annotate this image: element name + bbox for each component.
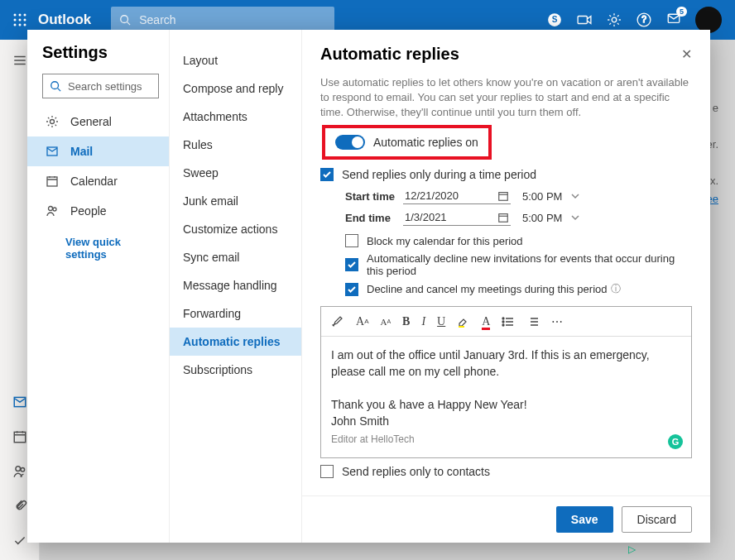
category-calendar[interactable]: Calendar — [27, 166, 169, 196]
notification-badge: 5 — [676, 7, 687, 17]
svg-point-6 — [14, 24, 17, 26]
font-increase-icon[interactable]: AA — [356, 315, 368, 328]
svg-point-28 — [53, 208, 56, 211]
svg-rect-19 — [14, 432, 26, 442]
svg-point-9 — [121, 16, 128, 23]
todo-rail-icon[interactable] — [12, 534, 27, 552]
autoreply-toggle[interactable] — [335, 135, 365, 150]
subnav-compose[interactable]: Compose and reply — [170, 74, 301, 103]
grammarly-icon[interactable]: G — [668, 434, 683, 449]
people-icon — [46, 204, 59, 218]
svg-rect-29 — [499, 192, 508, 200]
meet-now-icon[interactable] — [576, 12, 593, 28]
subnav-subscriptions[interactable]: Subscriptions — [170, 356, 301, 384]
svg-point-0 — [14, 14, 17, 17]
svg-rect-31 — [459, 326, 464, 328]
svg-point-7 — [19, 24, 22, 26]
brush-icon[interactable] — [331, 315, 344, 328]
end-date-input[interactable]: 1/3/2021 — [403, 209, 511, 226]
subnav-forwarding[interactable]: Forwarding — [170, 299, 301, 328]
svg-rect-30 — [499, 213, 508, 222]
subnav-attachments[interactable]: Attachments — [170, 103, 301, 131]
numbering-icon[interactable] — [526, 315, 540, 328]
end-time-select[interactable]: 5:00 PM — [522, 212, 588, 224]
category-general[interactable]: General — [27, 107, 169, 136]
svg-line-10 — [127, 22, 131, 26]
bullets-icon[interactable] — [502, 315, 515, 328]
timeperiod-checkbox[interactable] — [320, 168, 334, 181]
notifications-icon[interactable]: 5 — [665, 12, 682, 28]
save-button[interactable]: Save — [556, 506, 613, 533]
underline-button[interactable]: U — [437, 315, 445, 328]
svg-rect-26 — [47, 177, 57, 186]
search-settings-input[interactable]: Search settings — [42, 74, 159, 98]
editor-textarea[interactable]: I am out of the office until January 3rd… — [321, 337, 691, 457]
subnav-sweep[interactable]: Sweep — [170, 159, 301, 187]
start-time-label: Start time — [345, 190, 403, 203]
calendar-icon — [497, 212, 509, 223]
start-date-input[interactable]: 12/21/2020 — [403, 188, 511, 204]
subnav-automatic-replies[interactable]: Automatic replies — [170, 328, 301, 356]
decline-new-label: Automatically decline new invitations fo… — [367, 252, 692, 277]
app-launcher-icon[interactable] — [7, 13, 33, 26]
calendar-icon — [497, 190, 509, 202]
hamburger-icon[interactable] — [12, 53, 27, 71]
subnav-sync[interactable]: Sync email — [170, 243, 301, 271]
help-icon[interactable]: ? — [636, 12, 652, 28]
view-quick-settings-link[interactable]: View quick settings — [42, 226, 159, 261]
contacts-only-label: Send replies only to contacts — [342, 465, 490, 478]
highlight-icon[interactable] — [457, 315, 470, 328]
svg-rect-13 — [578, 17, 587, 24]
settings-gear-icon[interactable] — [606, 12, 622, 28]
svg-point-34 — [502, 324, 504, 326]
mail-rail-icon[interactable] — [12, 395, 27, 413]
decline-cancel-checkbox[interactable] — [345, 283, 358, 296]
dialog-footer: Save Discard — [302, 495, 710, 543]
skype-icon[interactable]: S — [546, 12, 563, 28]
more-icon[interactable]: ⋯ — [551, 315, 563, 328]
svg-point-8 — [24, 24, 26, 26]
people-rail-icon[interactable] — [12, 464, 27, 482]
font-color-icon[interactable]: A — [482, 315, 490, 328]
subnav-handling[interactable]: Message handling — [170, 271, 301, 299]
subnav-layout[interactable]: Layout — [170, 46, 301, 74]
decline-new-checkbox[interactable] — [345, 258, 358, 271]
reply-editor: AA AA B I U A ⋯ I am out of the office u… — [320, 306, 692, 458]
subnav-customize[interactable]: Customize actions — [170, 215, 301, 243]
svg-point-27 — [49, 207, 53, 211]
svg-text:?: ? — [641, 15, 646, 24]
close-icon[interactable]: ✕ — [681, 46, 692, 62]
calendar-rail-icon[interactable] — [12, 429, 27, 448]
chevron-down-icon — [570, 191, 580, 201]
bold-button[interactable]: B — [402, 315, 410, 328]
subnav-rules[interactable]: Rules — [170, 131, 301, 159]
calendar-icon — [46, 175, 59, 188]
svg-line-23 — [58, 89, 61, 92]
svg-point-24 — [50, 120, 55, 124]
svg-point-14 — [612, 17, 617, 22]
svg-point-33 — [502, 321, 504, 323]
global-search-placeholder: Search — [139, 13, 175, 26]
svg-point-22 — [51, 82, 59, 89]
subnav-junk[interactable]: Junk email — [170, 187, 301, 215]
end-time-label: End time — [345, 212, 403, 224]
font-decrease-icon[interactable]: AA — [380, 317, 391, 327]
highlight-annotation: Automatic replies on — [322, 125, 492, 160]
info-icon[interactable]: ⓘ — [611, 282, 621, 296]
category-mail[interactable]: Mail — [27, 136, 169, 166]
category-people[interactable]: People — [27, 196, 169, 226]
start-time-select[interactable]: 5:00 PM — [522, 190, 588, 203]
settings-pane: Automatic replies ✕ Use automatic replie… — [302, 30, 710, 543]
settings-nav: Settings Search settings General Mail Ca… — [27, 30, 170, 543]
block-calendar-checkbox[interactable] — [345, 234, 358, 247]
svg-point-20 — [15, 467, 20, 471]
svg-point-3 — [14, 19, 17, 22]
italic-button[interactable]: I — [421, 315, 425, 328]
contacts-only-checkbox[interactable] — [320, 465, 334, 478]
svg-point-21 — [21, 468, 25, 472]
brand-label: Outlook — [38, 12, 91, 28]
pane-description: Use automatic replies to let others know… — [302, 70, 710, 120]
files-rail-icon[interactable] — [12, 499, 27, 517]
discard-button[interactable]: Discard — [622, 506, 692, 533]
mail-icon — [46, 145, 59, 158]
